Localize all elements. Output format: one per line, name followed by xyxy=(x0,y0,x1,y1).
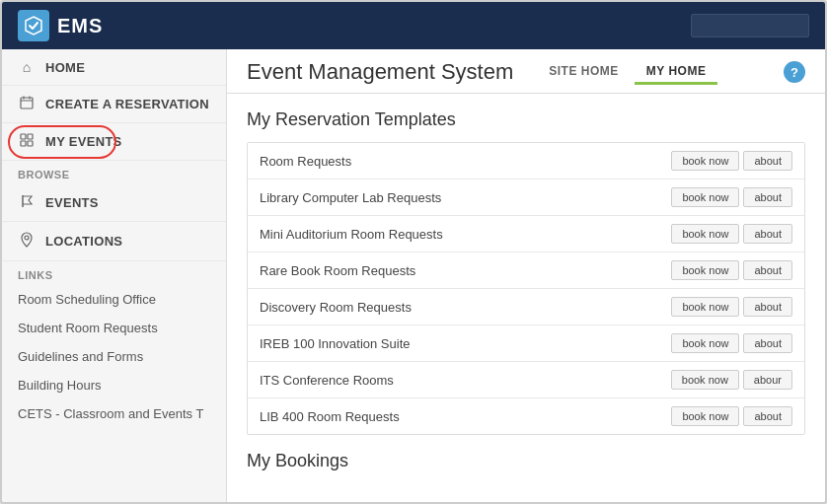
sidebar: ⌂ HOME CREATE A RESERVATION xyxy=(2,49,227,502)
grid-icon xyxy=(18,133,36,150)
svg-point-9 xyxy=(25,236,29,240)
sidebar-item-my-events[interactable]: MY EVENTS xyxy=(2,123,226,161)
page-title: Event Management System xyxy=(247,59,513,85)
templates-section-title: My Reservation Templates xyxy=(247,109,805,130)
header-tabs: SITE HOME MY HOME xyxy=(537,60,717,85)
tab-site-home[interactable]: SITE HOME xyxy=(537,60,631,85)
sidebar-item-create-reservation[interactable]: CREATE A RESERVATION xyxy=(2,86,226,123)
tab-my-home[interactable]: MY HOME xyxy=(635,60,718,85)
about-button[interactable]: about xyxy=(743,187,792,207)
logo-icon xyxy=(18,10,49,41)
search-input[interactable] xyxy=(691,14,809,37)
location-icon xyxy=(18,232,36,251)
about-button[interactable]: about xyxy=(743,260,792,280)
book-now-button[interactable]: book now xyxy=(671,333,739,353)
templates-list: Room Requestsbook nowaboutLibrary Comput… xyxy=(247,142,805,435)
template-name: IREB 100 Innovation Suite xyxy=(260,336,671,351)
sidebar-link-building-hours[interactable]: Building Hours xyxy=(2,371,226,399)
template-actions: book nowabout xyxy=(671,187,792,207)
template-actions: book nowabout xyxy=(671,224,792,244)
book-now-button[interactable]: book now xyxy=(671,297,739,317)
sidebar-link-student-room[interactable]: Student Room Requests xyxy=(2,314,226,342)
logo-area: EMS xyxy=(18,10,103,41)
book-now-button[interactable]: book now xyxy=(671,187,739,207)
links-section-header: LINKS xyxy=(2,261,226,285)
template-name: LIB 400 Room Requests xyxy=(260,409,671,424)
sidebar-item-locations[interactable]: LOCATIONS xyxy=(2,222,226,261)
top-nav-right xyxy=(691,14,809,37)
template-name: Rare Book Room Requests xyxy=(260,263,671,278)
browse-section-header: BROWSE xyxy=(2,161,226,184)
template-row: Library Computer Lab Requestsbook nowabo… xyxy=(248,180,804,216)
sidebar-item-locations-label: LOCATIONS xyxy=(45,234,122,249)
svg-rect-6 xyxy=(21,141,26,146)
template-row: Room Requestsbook nowabout xyxy=(248,143,804,180)
flag-icon xyxy=(18,194,36,211)
template-row: Mini Auditorium Room Requestsbook nowabo… xyxy=(248,216,804,252)
book-now-button[interactable]: book now xyxy=(671,370,739,390)
sidebar-link-cets[interactable]: CETS - Classroom and Events T xyxy=(2,399,226,428)
sidebar-item-my-events-label: MY EVENTS xyxy=(45,134,122,149)
svg-rect-5 xyxy=(28,134,33,139)
sidebar-item-home[interactable]: ⌂ HOME xyxy=(2,49,226,86)
content-area: Event Management System SITE HOME MY HOM… xyxy=(227,49,825,502)
about-button[interactable]: about xyxy=(743,406,792,426)
sidebar-item-create-label: CREATE A RESERVATION xyxy=(45,97,209,111)
book-now-button[interactable]: book now xyxy=(671,260,739,280)
template-actions: book nowabour xyxy=(671,370,792,390)
sidebar-link-guidelines[interactable]: Guidelines and Forms xyxy=(2,342,226,371)
content-body: My Reservation Templates Room Requestsbo… xyxy=(227,94,825,502)
content-header: Event Management System SITE HOME MY HOM… xyxy=(227,49,825,94)
svg-rect-4 xyxy=(21,134,26,139)
about-button[interactable]: about xyxy=(743,224,792,244)
book-now-button[interactable]: book now xyxy=(671,151,739,171)
template-row: LIB 400 Room Requestsbook nowabout xyxy=(248,398,804,434)
template-name: Mini Auditorium Room Requests xyxy=(260,227,671,242)
book-now-button[interactable]: book now xyxy=(671,224,739,244)
home-icon: ⌂ xyxy=(18,59,36,75)
template-actions: book nowabout xyxy=(671,151,792,171)
template-actions: book nowabout xyxy=(671,406,792,426)
bookings-section-title: My Bookings xyxy=(247,451,805,471)
template-row: IREB 100 Innovation Suitebook nowabout xyxy=(248,325,804,362)
about-button[interactable]: abour xyxy=(743,370,792,390)
template-name: Discovery Room Requests xyxy=(260,300,671,315)
help-icon[interactable]: ? xyxy=(784,61,805,83)
sidebar-item-home-label: HOME xyxy=(45,60,85,75)
sidebar-link-room-scheduling[interactable]: Room Scheduling Office xyxy=(2,285,226,314)
template-actions: book nowabout xyxy=(671,297,792,317)
template-actions: book nowabout xyxy=(671,260,792,280)
template-name: ITS Conference Rooms xyxy=(260,373,671,388)
logo-text: EMS xyxy=(57,15,103,37)
top-navbar: EMS xyxy=(2,2,825,49)
about-button[interactable]: about xyxy=(743,333,792,353)
template-row: Discovery Room Requestsbook nowabout xyxy=(248,289,804,325)
book-now-button[interactable]: book now xyxy=(671,406,739,426)
sidebar-item-events-label: EVENTS xyxy=(45,195,99,210)
calendar-icon xyxy=(18,96,36,112)
svg-rect-0 xyxy=(21,98,33,108)
template-name: Library Computer Lab Requests xyxy=(260,190,671,205)
template-row: ITS Conference Roomsbook nowabour xyxy=(248,362,804,398)
about-button[interactable]: about xyxy=(743,297,792,317)
template-row: Rare Book Room Requestsbook nowabout xyxy=(248,252,804,289)
template-actions: book nowabout xyxy=(671,333,792,353)
about-button[interactable]: about xyxy=(743,151,792,171)
template-name: Room Requests xyxy=(260,154,671,169)
sidebar-item-events[interactable]: EVENTS xyxy=(2,184,226,222)
svg-rect-7 xyxy=(28,141,33,146)
